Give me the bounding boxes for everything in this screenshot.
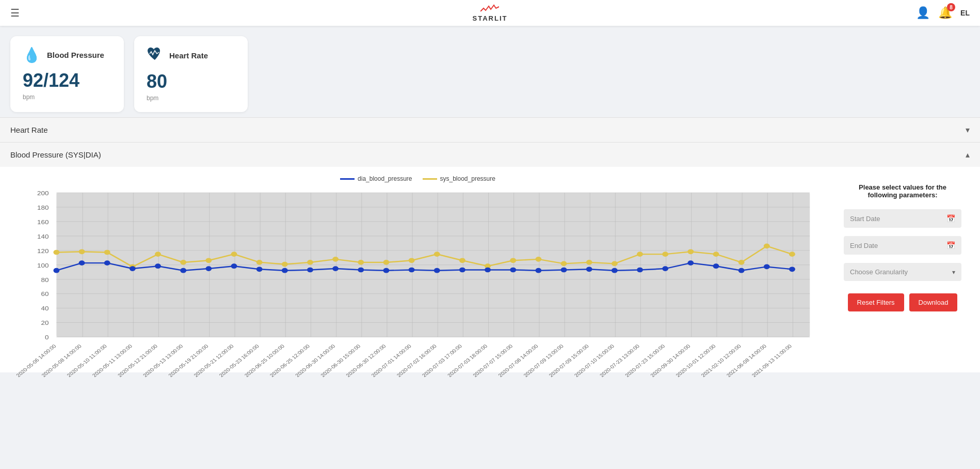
svg-point-67 xyxy=(434,252,440,257)
svg-point-63 xyxy=(332,257,339,262)
svg-point-56 xyxy=(155,252,161,257)
blood-pressure-value: 92/124 xyxy=(23,70,111,91)
svg-point-76 xyxy=(662,252,668,257)
svg-point-75 xyxy=(637,252,643,257)
user-icon[interactable]: 👤 xyxy=(916,6,930,20)
notification-badge: 8 xyxy=(947,3,955,11)
svg-point-71 xyxy=(535,257,541,262)
svg-point-100 xyxy=(510,268,516,273)
svg-point-97 xyxy=(434,268,440,273)
svg-point-86 xyxy=(155,263,161,269)
svg-text:140: 140 xyxy=(37,233,49,240)
start-date-label: Start Date xyxy=(850,215,880,223)
svg-point-104 xyxy=(612,268,618,273)
cards-row: 💧 Blood Pressure 92/124 bpm Heart Rate 8… xyxy=(0,26,980,117)
blood-pressure-card: 💧 Blood Pressure 92/124 bpm xyxy=(10,36,124,112)
logo-text: STARLIT xyxy=(473,14,508,22)
heart-rate-value: 80 xyxy=(147,71,235,92)
header-right: 👤 🔔 8 EL xyxy=(916,6,970,20)
heartbeat-icon xyxy=(147,46,163,65)
heart-rate-accordion-header[interactable]: Heart Rate ▾ xyxy=(0,118,980,142)
svg-point-99 xyxy=(485,268,491,273)
svg-point-110 xyxy=(764,264,770,270)
svg-point-82 xyxy=(53,268,59,273)
notification-bell[interactable]: 🔔 8 xyxy=(938,6,952,20)
svg-point-57 xyxy=(180,260,186,265)
start-date-input[interactable]: Start Date 📅 xyxy=(844,209,961,228)
menu-icon[interactable]: ☰ xyxy=(10,7,20,19)
svg-text:180: 180 xyxy=(37,205,49,211)
svg-point-102 xyxy=(561,268,567,273)
svg-text:20: 20 xyxy=(41,320,49,327)
blood-pressure-accordion-header[interactable]: Blood Pressure (SYS|DIA) ▴ xyxy=(0,143,980,167)
reset-filters-button[interactable]: Reset Filters xyxy=(848,293,904,311)
svg-point-53 xyxy=(79,249,85,254)
svg-text:0: 0 xyxy=(45,334,49,341)
chart-legend: dia_blood_pressure sys_blood_pressure xyxy=(10,175,825,182)
svg-point-105 xyxy=(637,268,643,273)
svg-point-103 xyxy=(586,267,592,272)
svg-point-52 xyxy=(53,250,59,255)
svg-point-68 xyxy=(459,258,465,263)
svg-point-61 xyxy=(282,262,288,267)
svg-point-91 xyxy=(282,268,288,273)
svg-point-74 xyxy=(612,261,618,267)
filter-panel: Please select values for the following p… xyxy=(836,175,970,364)
header: ☰ STARLIT 👤 🔔 8 EL xyxy=(0,0,980,26)
svg-point-109 xyxy=(738,268,745,273)
svg-text:120: 120 xyxy=(37,248,49,255)
svg-text:40: 40 xyxy=(41,306,49,312)
svg-point-72 xyxy=(561,261,567,267)
svg-point-58 xyxy=(205,258,212,263)
svg-point-94 xyxy=(358,268,364,273)
svg-text:100: 100 xyxy=(37,262,49,269)
blood-pressure-section-label: Blood Pressure (SYS|DIA) xyxy=(10,150,101,159)
svg-text:60: 60 xyxy=(41,291,49,298)
granularity-select-wrapper: Choose Granularity Hourly Daily Weekly M… xyxy=(844,263,961,281)
svg-point-98 xyxy=(459,268,465,273)
filter-panel-title: Please select values for the following p… xyxy=(844,183,961,199)
heart-rate-unit: bpm xyxy=(147,95,235,102)
blood-pressure-unit: bpm xyxy=(23,93,111,101)
svg-point-107 xyxy=(687,260,694,265)
svg-point-65 xyxy=(383,260,389,265)
heart-rate-card: Heart Rate 80 bpm xyxy=(134,36,248,112)
svg-point-90 xyxy=(256,267,263,272)
calendar-icon-2: 📅 xyxy=(946,241,955,249)
svg-point-54 xyxy=(104,250,110,255)
filter-buttons: Reset Filters Download xyxy=(844,293,961,311)
svg-point-83 xyxy=(79,260,85,265)
heart-rate-section: Heart Rate ▾ xyxy=(0,117,980,142)
svg-point-108 xyxy=(713,263,719,269)
avatar-initials: EL xyxy=(960,9,970,17)
logo: STARLIT xyxy=(473,4,508,22)
granularity-select[interactable]: Choose Granularity Hourly Daily Weekly M… xyxy=(844,263,961,281)
end-date-input[interactable]: End Date 📅 xyxy=(844,236,961,255)
svg-point-73 xyxy=(586,260,592,265)
heart-rate-title: Heart Rate xyxy=(169,51,208,60)
svg-point-66 xyxy=(409,258,415,263)
svg-point-88 xyxy=(205,266,212,271)
svg-text:200: 200 xyxy=(37,190,49,197)
svg-point-78 xyxy=(713,252,719,257)
svg-point-111 xyxy=(789,267,795,272)
blood-pressure-title: Blood Pressure xyxy=(47,51,104,59)
chart-svg: 0 20 40 60 80 100 120 140 160 180 200 xyxy=(10,186,825,362)
legend-sys-label: sys_blood_pressure xyxy=(440,175,495,182)
svg-point-59 xyxy=(231,252,237,257)
svg-point-101 xyxy=(535,268,541,273)
svg-point-70 xyxy=(510,258,516,263)
legend-dia: dia_blood_pressure xyxy=(340,175,412,182)
svg-point-87 xyxy=(180,268,186,273)
svg-text:160: 160 xyxy=(37,219,49,226)
drop-icon: 💧 xyxy=(23,46,41,64)
svg-point-80 xyxy=(764,244,770,249)
calendar-icon: 📅 xyxy=(946,214,955,223)
blood-pressure-section: Blood Pressure (SYS|DIA) ▴ dia_blood_pre… xyxy=(0,142,980,372)
download-button[interactable]: Download xyxy=(909,293,958,311)
svg-point-77 xyxy=(687,249,694,254)
svg-point-64 xyxy=(358,260,364,265)
svg-point-62 xyxy=(307,260,313,265)
heart-rate-section-label: Heart Rate xyxy=(10,126,48,134)
legend-sys: sys_blood_pressure xyxy=(423,175,495,182)
